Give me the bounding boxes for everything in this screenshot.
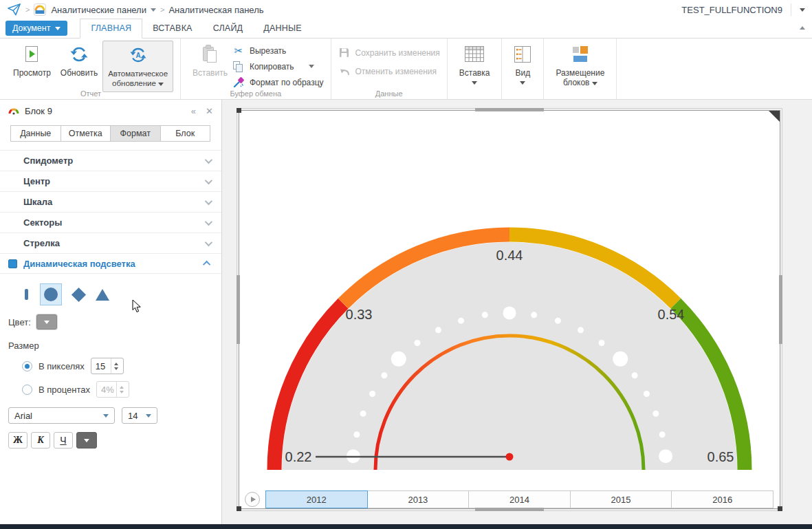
paper-plane-logo-icon[interactable] xyxy=(7,3,21,17)
panel-tab[interactable]: Отметка xyxy=(61,125,111,142)
workspace: 0.220.330.440.540.65 2012201320142015201… xyxy=(222,100,812,524)
ribbon-tab[interactable]: СЛАЙД xyxy=(203,19,254,38)
refresh-icon xyxy=(69,44,89,65)
undo-changes-button[interactable]: Отменить изменения xyxy=(338,65,440,78)
pixels-radio[interactable] xyxy=(22,361,32,371)
selection-marker-top-right[interactable] xyxy=(769,111,780,122)
paste-icon xyxy=(201,44,219,65)
chevron-down-icon xyxy=(205,238,212,246)
year-button-2013[interactable]: 2013 xyxy=(367,490,470,508)
year-button-2012[interactable]: 2012 xyxy=(265,490,368,508)
format-painter-button[interactable]: Формат по образцу xyxy=(232,76,324,89)
stepper-arrows[interactable] xyxy=(116,382,127,397)
panel-tab[interactable]: Формат xyxy=(110,125,161,142)
document-menu-button[interactable]: Документ xyxy=(6,21,67,36)
chevron-down-icon xyxy=(55,27,61,30)
ribbon-group-layout: Размещение блоков xyxy=(544,39,617,99)
percent-radio[interactable] xyxy=(22,385,32,395)
breadcrumb-item[interactable]: Аналитические панели xyxy=(51,5,146,15)
preview-label: Просмотр xyxy=(13,68,51,78)
chevron-down-icon[interactable] xyxy=(151,8,156,12)
gauge-block-icon xyxy=(8,106,19,116)
block-layout-button[interactable]: Размещение блоков xyxy=(551,41,609,91)
copy-dropdown-icon[interactable] xyxy=(309,65,314,68)
resize-handle-bottom-left[interactable] xyxy=(237,506,241,511)
paste-button[interactable]: Вставить xyxy=(188,41,232,81)
panel-tab[interactable]: Блок xyxy=(160,125,211,142)
panel-tab[interactable]: Данные xyxy=(10,125,61,142)
dashboards-icon[interactable] xyxy=(34,3,46,16)
ribbon-tab[interactable]: ВСТАВКА xyxy=(142,19,202,38)
shape-diamond-icon[interactable] xyxy=(72,287,86,301)
stepper-arrows[interactable] xyxy=(111,358,121,374)
save-changes-button[interactable]: Сохранить изменения xyxy=(338,46,440,59)
percent-input[interactable] xyxy=(97,382,116,397)
ribbon-tab[interactable]: ГЛАВНАЯ xyxy=(80,19,142,39)
ribbon-group-report: Просмотр Обновить xyxy=(1,39,181,99)
paste-label: Вставить xyxy=(193,68,228,78)
shape-bar-icon[interactable] xyxy=(25,289,28,300)
panel-section-header[interactable]: Спидометр xyxy=(0,150,221,171)
properties-panel: Блок 9 « ✕ ДанныеОтметкаФорматБлок Спидо… xyxy=(0,100,222,524)
refresh-button[interactable]: Обновить xyxy=(56,41,102,81)
font-family-select[interactable]: Arial xyxy=(8,407,115,424)
pixels-input[interactable] xyxy=(91,358,111,374)
resize-handle-top-left[interactable] xyxy=(237,108,241,113)
workspace-name: TEST_FULLFUNCTION9 xyxy=(681,5,782,15)
menu-bar: Документ ГЛАВНАЯВСТАВКАСЛАЙДДАННЫЕ xyxy=(0,19,812,39)
font-color-dropdown[interactable] xyxy=(76,432,97,449)
font-size-select[interactable]: 14 xyxy=(122,407,157,424)
size-label: Размер xyxy=(8,341,221,351)
panel-section-header[interactable]: Динамическая подсветка xyxy=(0,253,221,274)
panel-section-header[interactable]: Центр xyxy=(0,171,221,191)
year-button-2016[interactable]: 2016 xyxy=(671,490,773,508)
section-label: Динамическая подсветка xyxy=(23,259,135,269)
bold-button[interactable]: Ж xyxy=(8,432,28,449)
insert-button[interactable]: Вставка xyxy=(454,41,495,88)
section-label: Центр xyxy=(23,176,50,186)
panel-tabs: ДанныеОтметкаФорматБлок xyxy=(11,125,210,142)
collapse-panel-icon[interactable]: « xyxy=(191,106,196,116)
close-panel-icon[interactable]: ✕ xyxy=(206,106,213,116)
panel-section-header[interactable]: Секторы xyxy=(0,212,221,233)
resize-handle-left[interactable] xyxy=(237,275,240,344)
gauge-block-canvas[interactable]: 0.220.330.440.540.65 2012201320142015201… xyxy=(239,110,780,509)
format-painter-label: Формат по образцу xyxy=(250,78,324,87)
top-bar: > Аналитические панели > Аналитическая п… xyxy=(0,0,812,19)
auto-refresh-button[interactable]: A Автоматическое обновление xyxy=(102,41,173,92)
shape-triangle-icon[interactable] xyxy=(96,289,109,301)
play-icon xyxy=(251,497,256,502)
save-icon xyxy=(338,47,351,58)
font-row: Arial 14 xyxy=(8,407,221,424)
copy-button[interactable]: Копировать xyxy=(232,60,324,73)
italic-button[interactable]: К xyxy=(31,432,50,449)
resize-handle-top[interactable] xyxy=(475,108,544,111)
resize-handle-bottom-right[interactable] xyxy=(778,506,782,511)
resize-handle-bottom[interactable] xyxy=(475,508,544,511)
percent-stepper xyxy=(96,381,129,398)
underline-button[interactable]: Ч xyxy=(54,432,73,449)
year-button-2015[interactable]: 2015 xyxy=(570,490,672,508)
view-button[interactable]: Вид xyxy=(509,41,536,88)
panel-section-header[interactable]: Стрелка xyxy=(0,233,221,253)
year-button-2014[interactable]: 2014 xyxy=(468,490,571,508)
ribbon-collapse-icon[interactable] xyxy=(800,26,805,30)
play-button[interactable] xyxy=(245,492,260,507)
section-label: Спидометр xyxy=(23,155,73,166)
user-menu-chevron-icon[interactable] xyxy=(800,8,805,12)
cut-button[interactable]: ✂ Вырезать xyxy=(232,44,324,57)
ribbon-tab[interactable]: ДАННЫЕ xyxy=(253,19,311,38)
shape-circle-icon xyxy=(44,288,58,301)
speedometer-gauge[interactable]: 0.220.330.440.540.65 xyxy=(239,111,781,510)
chevron-down-icon xyxy=(205,155,212,163)
panel-section-header[interactable]: Шкала xyxy=(0,191,221,212)
preview-button[interactable]: Просмотр xyxy=(8,41,56,81)
table-grid-icon xyxy=(464,44,485,65)
chevron-down-icon xyxy=(103,414,109,418)
color-dropdown[interactable] xyxy=(36,314,57,330)
shape-circle-option-selected[interactable] xyxy=(40,283,62,305)
section-checkbox-checked[interactable] xyxy=(8,259,17,268)
ribbon-group-insert: Вставка xyxy=(448,39,503,99)
insert-dropdown-icon xyxy=(472,81,477,85)
resize-handle-right[interactable] xyxy=(779,275,782,344)
